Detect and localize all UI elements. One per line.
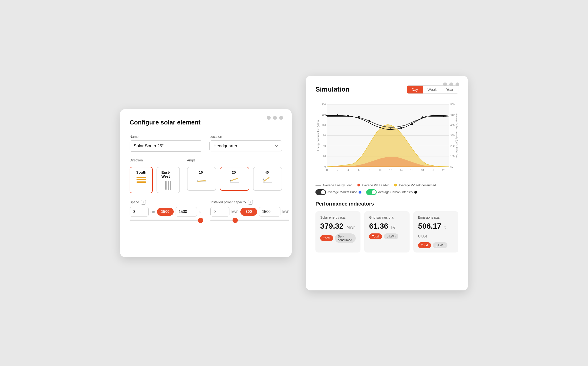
ci-dot-6	[390, 128, 392, 130]
svg-rect-3	[230, 182, 239, 183]
location-group: Location Headquarter	[209, 135, 282, 152]
time-tab-group: Day Week Year	[407, 85, 458, 94]
svg-text:350: 350	[450, 134, 454, 137]
angle-40[interactable]: 40°	[253, 167, 282, 191]
angle-group: Angle 10° 25°	[187, 158, 282, 193]
svg-text:80: 80	[323, 134, 326, 137]
ci-dot-7	[400, 127, 402, 129]
svg-text:10: 10	[379, 168, 381, 171]
power-slider-thumb[interactable]	[232, 218, 238, 223]
space-slider-track	[130, 220, 203, 221]
svg-text:0: 0	[326, 168, 327, 171]
space-slider-thumb[interactable]	[198, 218, 203, 223]
space-label: Space	[130, 200, 139, 204]
legend-energy-load-label: Average Energy Load	[323, 183, 353, 187]
legend-selfconsumed-label: Average PV self-consumed	[398, 183, 436, 187]
ci-dot-0	[326, 114, 328, 116]
svg-text:18: 18	[421, 168, 424, 171]
sim-dot-1	[443, 83, 447, 86]
power-label: Installed power capacity	[210, 200, 246, 204]
carbon-intensity-toggle[interactable]	[366, 189, 377, 195]
direction-cards: South East-West	[130, 167, 180, 193]
emissions-unit: t CO₂e	[418, 225, 446, 238]
emissions-badge-total[interactable]: Total	[418, 242, 431, 248]
market-price-knob	[321, 190, 325, 194]
space-power-section: Space i sm 1500 sm Installed po	[130, 200, 282, 222]
legend-market-price-label: Average Market Price	[327, 190, 357, 194]
carbon-intensity-dot	[414, 191, 417, 194]
power-min-input[interactable]	[210, 207, 230, 216]
space-min-input[interactable]	[130, 207, 149, 216]
svg-text:2: 2	[337, 168, 338, 171]
svg-text:6: 6	[358, 168, 359, 171]
svg-text:12: 12	[389, 168, 392, 171]
power-slider[interactable]	[210, 219, 289, 222]
tab-week[interactable]: Week	[423, 86, 441, 93]
location-select[interactable]: Headquarter	[209, 140, 282, 151]
power-slider-track	[210, 220, 289, 221]
legend-market-price: Average Market Price	[315, 189, 361, 195]
legend-carbon-intensity: Average Carbon Intensity	[366, 189, 417, 195]
sim-title: Simulation	[315, 86, 350, 93]
emissions-badges: Total p kWh	[418, 242, 454, 248]
solar-badge-total[interactable]: Total	[320, 235, 333, 241]
window-dot-1	[267, 116, 271, 120]
space-slider[interactable]	[130, 219, 203, 222]
ci-dot-8	[411, 123, 413, 125]
grid-badge-total[interactable]: Total	[369, 233, 382, 239]
legend-selfconsumed-dot	[394, 183, 397, 186]
power-value-badge: 300	[240, 208, 257, 216]
ci-dot-9	[421, 116, 423, 118]
south-icon	[136, 177, 146, 183]
svg-rect-7	[263, 177, 270, 182]
space-group: Space i sm 1500 sm	[130, 200, 203, 222]
carbon-intensity-knob	[372, 190, 376, 194]
svg-text:160: 160	[322, 113, 326, 116]
direction-south[interactable]: South	[130, 167, 153, 193]
solar-badge-selfconsumed[interactable]: Self-consumed	[335, 233, 356, 243]
angle-25[interactable]: 25°	[220, 167, 249, 191]
direction-south-label: South	[136, 170, 146, 174]
name-label: Name	[130, 135, 202, 138]
ci-dot-3	[358, 116, 360, 118]
perf-cards: Solar energy p.a. 379.32 MWh Total Self-…	[315, 211, 458, 252]
grid-card-label: Grid savings p.a.	[369, 215, 405, 219]
emissions-badge-pkwh[interactable]: p kWh	[433, 242, 447, 248]
svg-text:20: 20	[323, 155, 326, 158]
svg-text:50: 50	[450, 165, 453, 168]
ci-dot-2	[347, 115, 349, 117]
svg-text:Average Carbon Intensity (gCO₂: Average Carbon Intensity (gCO₂/kWh LCA)	[455, 113, 458, 157]
tab-year[interactable]: Year	[441, 86, 458, 93]
space-power-row: Space i sm 1500 sm Installed po	[130, 200, 282, 222]
space-max-unit: sm	[199, 210, 203, 214]
space-max-input[interactable]	[176, 207, 197, 216]
legend-pv-feedin: Average PV Feed-in	[357, 183, 389, 187]
space-label-row: Space i	[130, 200, 203, 205]
tab-day[interactable]: Day	[407, 86, 423, 93]
svg-text:8: 8	[369, 168, 370, 171]
location-label: Location	[209, 135, 282, 138]
power-max-input[interactable]	[259, 207, 280, 216]
direction-eastwest[interactable]: East-West	[156, 167, 180, 193]
legend-pv-selfconsumed: Average PV self-consumed	[394, 183, 436, 187]
perf-card-emissions: Emissions p.a. 506.17 t CO₂e Total p kWh	[413, 211, 458, 252]
direction-group: Direction South East-West	[130, 158, 180, 193]
power-info-icon[interactable]: i	[248, 200, 253, 205]
space-info-icon[interactable]: i	[141, 200, 146, 205]
angle-40-icon	[262, 177, 274, 184]
market-price-dot	[358, 191, 361, 194]
window-dot-3	[279, 116, 283, 120]
legend-carbon-intensity-label: Average Carbon Intensity	[378, 190, 413, 194]
svg-text:16: 16	[410, 168, 413, 171]
angle-25-label: 25°	[232, 170, 237, 174]
grid-card-value: 61.36 k€	[369, 222, 405, 231]
angle-cards: 10° 25° 40°	[187, 167, 282, 191]
market-price-toggle[interactable]	[315, 189, 326, 195]
svg-text:0: 0	[325, 165, 326, 168]
name-input[interactable]	[130, 140, 202, 152]
grid-badge-pkwh[interactable]: p kWh	[384, 233, 398, 239]
angle-10-icon	[196, 177, 208, 184]
angle-10[interactable]: 10°	[187, 167, 216, 191]
chart-legend: Average Energy Load Average PV Feed-in A…	[315, 183, 458, 195]
angle-10-label: 10°	[199, 170, 204, 174]
